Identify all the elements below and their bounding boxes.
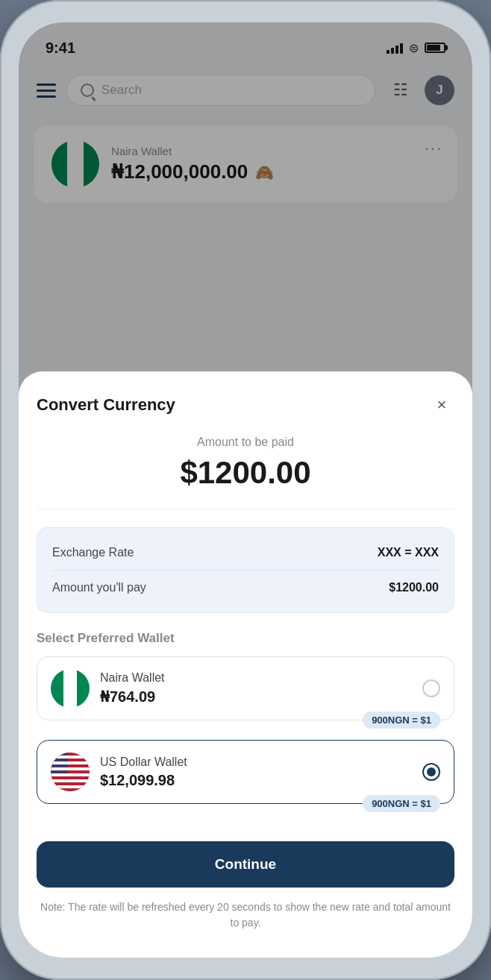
- naira-wallet-name: Naira Wallet: [100, 671, 412, 685]
- note-text: Note: The rate will be refreshed every 2…: [37, 899, 454, 931]
- exchange-rate-row: Exchange Rate XXX = XXX: [52, 541, 439, 564]
- usd-wallet-details: US Dollar Wallet $12,099.98: [100, 756, 412, 789]
- usd-wallet-balance: $12,099.98: [100, 772, 412, 789]
- naira-rate-badge: 900NGN = $1: [363, 712, 440, 729]
- modal-header: Convert Currency ×: [37, 392, 454, 418]
- exchange-rate-value: XXX = XXX: [378, 546, 439, 559]
- amount-section: Amount to be paid $1200.00: [37, 436, 454, 509]
- usd-radio-button[interactable]: [422, 763, 440, 781]
- amount-pay-value: $1200.00: [389, 581, 439, 594]
- naira-radio-button[interactable]: [422, 679, 440, 697]
- naira-wallet-option[interactable]: Naira Wallet ₦764.09 900NGN = $1: [37, 656, 454, 720]
- close-icon: ×: [437, 395, 447, 415]
- usd-wallet-option[interactable]: US Dollar Wallet $12,099.98 900NGN = $1: [37, 740, 454, 804]
- phone-frame: 9:41 ⊜: [0, 0, 491, 980]
- continue-button[interactable]: Continue: [37, 841, 454, 888]
- usa-flag-icon: [51, 753, 90, 791]
- usd-wallet-name: US Dollar Wallet: [100, 756, 412, 769]
- usd-rate-badge: 900NGN = $1: [363, 795, 440, 812]
- amount-label: Amount to be paid: [37, 436, 454, 449]
- amount-pay-row: Amount you'll pay $1200.00: [52, 570, 439, 599]
- exchange-box: Exchange Rate XXX = XXX Amount you'll pa…: [37, 527, 454, 613]
- amount-pay-label: Amount you'll pay: [52, 581, 146, 594]
- modal-title: Convert Currency: [37, 395, 175, 415]
- close-button[interactable]: ×: [429, 392, 454, 418]
- naira-wallet-balance: ₦764.09: [100, 688, 412, 706]
- phone-screen: 9:41 ⊜: [19, 22, 472, 958]
- naira-wallet-details: Naira Wallet ₦764.09: [100, 671, 412, 706]
- amount-value: $1200.00: [37, 455, 454, 491]
- select-wallet-label: Select Preferred Wallet: [37, 631, 454, 646]
- modal-overlay: Convert Currency × Amount to be paid $12…: [19, 22, 472, 958]
- naira-flag-icon: [51, 669, 90, 708]
- exchange-rate-label: Exchange Rate: [52, 546, 134, 559]
- modal-sheet: Convert Currency × Amount to be paid $12…: [19, 371, 472, 958]
- radio-inner-dot: [427, 767, 436, 776]
